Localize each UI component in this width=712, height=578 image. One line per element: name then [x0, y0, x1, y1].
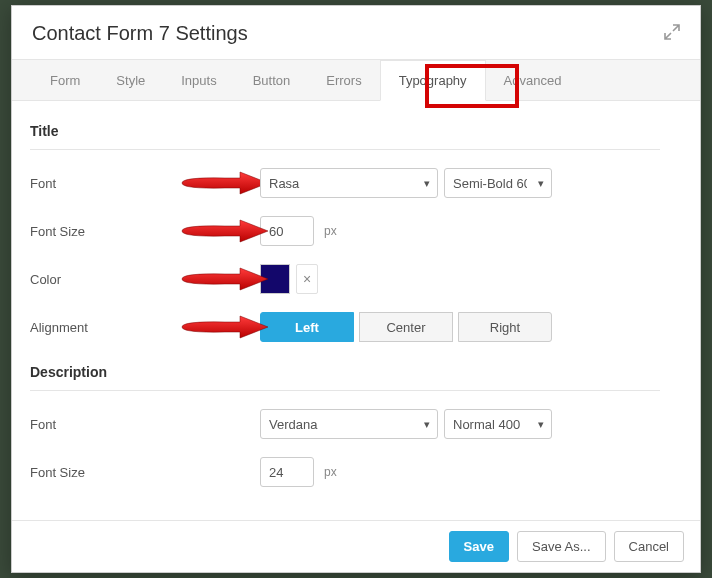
row-desc-font: Font Verdana Normal 400 — [30, 409, 660, 439]
row-desc-font-size: Font Size px — [30, 457, 660, 487]
label-title-alignment: Alignment — [30, 320, 260, 335]
tabs: Form Style Inputs Button Errors Typograp… — [12, 59, 700, 101]
save-as-button[interactable]: Save As... — [517, 531, 606, 562]
row-title-color: Color × — [30, 264, 660, 294]
tab-inputs[interactable]: Inputs — [163, 60, 234, 100]
desc-font-size-input[interactable] — [260, 457, 314, 487]
unit-px: px — [324, 465, 337, 479]
desc-font-weight-select[interactable]: Normal 400 — [444, 409, 552, 439]
modal-title: Contact Form 7 Settings — [32, 22, 248, 45]
align-right-button[interactable]: Right — [458, 312, 552, 342]
expand-icon[interactable] — [664, 24, 680, 44]
row-title-font: Font Rasa Semi-Bold 600 — [30, 168, 660, 198]
settings-modal: Contact Form 7 Settings Form Style Input… — [11, 5, 701, 573]
row-title-alignment: Alignment Left Center Right — [30, 312, 660, 342]
title-color-swatch[interactable] — [260, 264, 290, 294]
modal-footer: Save Save As... Cancel — [12, 520, 700, 572]
label-title-font: Font — [30, 176, 260, 191]
tab-typography[interactable]: Typography — [380, 60, 486, 101]
tab-form[interactable]: Form — [32, 60, 98, 100]
unit-px: px — [324, 224, 337, 238]
tab-button[interactable]: Button — [235, 60, 309, 100]
label-title-color: Color — [30, 272, 260, 287]
title-font-family-select[interactable]: Rasa — [260, 168, 438, 198]
tab-style[interactable]: Style — [98, 60, 163, 100]
scroll-area[interactable]: Title Font Rasa Semi-Bold 600 Font Size … — [12, 101, 690, 520]
tab-errors[interactable]: Errors — [308, 60, 379, 100]
cancel-button[interactable]: Cancel — [614, 531, 684, 562]
label-desc-font-size: Font Size — [30, 465, 260, 480]
title-alignment-group: Left Center Right — [260, 312, 552, 342]
label-desc-font: Font — [30, 417, 260, 432]
title-font-weight-select[interactable]: Semi-Bold 600 — [444, 168, 552, 198]
tab-advanced[interactable]: Advanced — [486, 60, 580, 100]
align-center-button[interactable]: Center — [359, 312, 453, 342]
section-title-title: Title — [30, 123, 660, 150]
row-title-font-size: Font Size px — [30, 216, 660, 246]
section-title-description: Description — [30, 364, 660, 391]
modal-header: Contact Form 7 Settings — [12, 6, 700, 59]
desc-font-family-select[interactable]: Verdana — [260, 409, 438, 439]
title-font-size-input[interactable] — [260, 216, 314, 246]
save-button[interactable]: Save — [449, 531, 509, 562]
label-title-font-size: Font Size — [30, 224, 260, 239]
align-left-button[interactable]: Left — [260, 312, 354, 342]
title-color-clear[interactable]: × — [296, 264, 318, 294]
